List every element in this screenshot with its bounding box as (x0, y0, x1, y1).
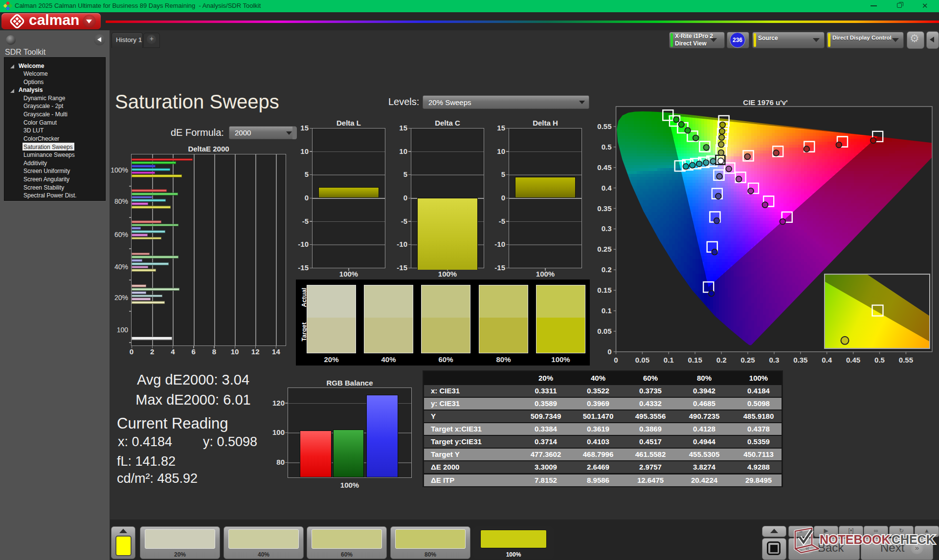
svg-text:0.2: 0.2 (602, 265, 612, 274)
svg-text:0.55: 0.55 (899, 356, 913, 364)
svg-text:0.05: 0.05 (635, 356, 649, 364)
svg-text:0.3: 0.3 (769, 356, 779, 364)
svg-text:0.4: 0.4 (602, 184, 612, 192)
svg-text:0.15: 0.15 (688, 356, 702, 364)
svg-text:0.25: 0.25 (597, 245, 611, 253)
svg-text:0.4: 0.4 (822, 356, 832, 364)
svg-text:0.2: 0.2 (716, 356, 727, 364)
svg-text:0.5: 0.5 (602, 143, 612, 151)
svg-text:0.15: 0.15 (597, 286, 611, 294)
svg-text:0.45: 0.45 (846, 356, 860, 364)
svg-text:0.5: 0.5 (874, 356, 885, 364)
svg-text:0.1: 0.1 (664, 356, 674, 364)
svg-text:0.05: 0.05 (597, 327, 611, 335)
svg-text:NOTEBOOK: NOTEBOOK (820, 533, 890, 546)
svg-text:CHECK: CHECK (892, 533, 935, 546)
svg-text:0.35: 0.35 (597, 204, 611, 213)
svg-text:0.25: 0.25 (740, 356, 755, 364)
svg-text:0: 0 (607, 347, 611, 356)
svg-text:0.45: 0.45 (597, 163, 611, 172)
svg-text:CIE 1976 u'v': CIE 1976 u'v' (743, 98, 787, 107)
svg-text:0.3: 0.3 (602, 224, 612, 233)
svg-text:0.55: 0.55 (597, 122, 611, 130)
svg-text:0: 0 (614, 356, 618, 364)
svg-text:0.35: 0.35 (793, 356, 807, 364)
svg-text:0.1: 0.1 (602, 306, 612, 315)
